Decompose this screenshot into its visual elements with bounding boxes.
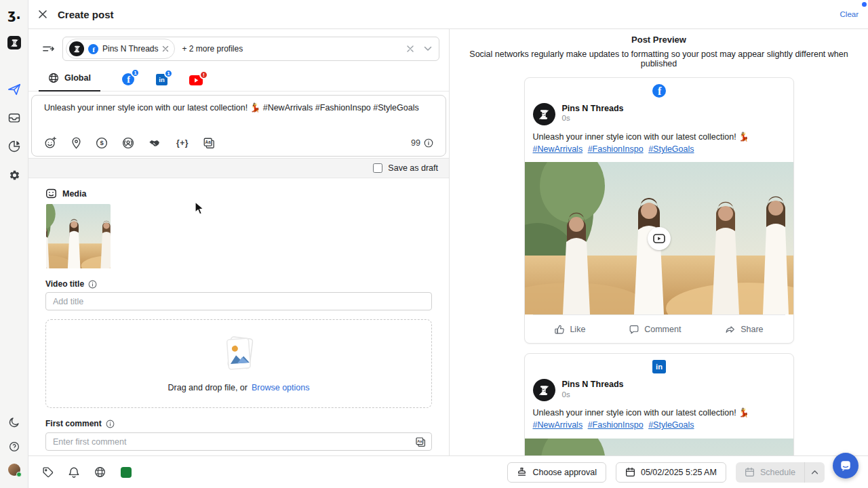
post-time: 0s — [562, 390, 624, 399]
globe-icon — [48, 73, 59, 83]
media-dropzone[interactable]: Drag and drop file, orBrowse options — [45, 319, 432, 408]
post-preview-panel: Post Preview Social networks regularly m… — [449, 29, 868, 455]
author-name: Pins N Threads — [562, 379, 624, 390]
chat-bubble-icon — [840, 460, 852, 472]
schedule-button[interactable]: Schedule — [736, 462, 804, 483]
like-button[interactable]: Like — [554, 324, 585, 335]
online-status-dot — [16, 472, 22, 477]
preview-title: Post Preview — [450, 35, 868, 45]
merge-tags-button[interactable]: {+} — [176, 138, 189, 148]
mention-button[interactable] — [122, 137, 134, 149]
workspace-avatar[interactable] — [0, 36, 28, 49]
info-icon[interactable] — [424, 138, 433, 148]
notifications-button[interactable] — [68, 466, 79, 479]
app-logo[interactable]: ʒ. — [0, 7, 28, 22]
close-icon — [38, 9, 47, 19]
help-icon — [8, 441, 20, 453]
info-icon[interactable] — [88, 280, 97, 289]
facebook-icon: f — [88, 44, 98, 54]
choose-approval-button[interactable]: Choose approval — [507, 462, 606, 483]
rail-inbox[interactable] — [0, 111, 28, 125]
facebook-icon: f — [652, 84, 666, 98]
footer-icons — [42, 466, 132, 479]
expand-profile-list-button[interactable] — [42, 43, 55, 54]
tab-global[interactable]: Global — [39, 73, 100, 92]
globe-icon — [94, 466, 106, 478]
tab-global-label: Global — [64, 73, 91, 83]
rail-help[interactable] — [0, 441, 28, 453]
location-button[interactable] — [71, 137, 81, 149]
svg-text:f: f — [92, 45, 95, 53]
page-title: Create post — [58, 9, 114, 20]
post-media[interactable] — [525, 439, 793, 456]
hashtag-link[interactable]: #FashionInspo — [588, 420, 644, 430]
comment-button[interactable]: Comment — [629, 324, 681, 335]
share-button[interactable]: Share — [724, 324, 763, 335]
network-tabs: Global f 1 in 1 ! — [28, 68, 449, 92]
first-comment-label-row: First comment — [45, 419, 449, 428]
logo-glyph: ʒ. — [7, 7, 20, 22]
mention-audience-icon — [122, 137, 134, 149]
linkedin-icon: in — [652, 360, 666, 373]
like-label: Like — [570, 325, 585, 334]
chevron-down-icon[interactable] — [424, 46, 432, 52]
facebook-preview-card: f Pins N Threads 0s Unleash your inner s… — [524, 77, 794, 344]
post-text-body: Unleash your inner style icon with our l… — [533, 132, 749, 142]
post-actions: Like Comment Share — [533, 314, 785, 343]
emoji-picker-button[interactable] — [44, 136, 57, 149]
svg-text:$: $ — [100, 139, 104, 146]
clear-link[interactable]: Clear — [840, 10, 859, 18]
hashtag-link[interactable]: #FashionInspo — [588, 144, 644, 154]
rail-settings[interactable] — [0, 169, 28, 182]
media-thumbnail[interactable] — [46, 204, 111, 268]
post-text-area[interactable]: Unleash your inner style icon with our l… — [32, 96, 446, 131]
color-label-swatch[interactable] — [121, 467, 132, 478]
browse-options-link[interactable]: Browse options — [252, 383, 309, 392]
remove-profile-icon[interactable] — [162, 45, 169, 52]
selected-profile-name: Pins N Threads — [102, 44, 158, 54]
tags-button[interactable] — [42, 466, 54, 478]
post-media[interactable] — [525, 162, 793, 314]
rail-dark-mode[interactable] — [0, 416, 28, 428]
first-comment-label: First comment — [45, 419, 102, 428]
share-icon — [724, 324, 736, 335]
bell-icon — [68, 466, 79, 479]
timezone-button[interactable] — [94, 466, 106, 478]
first-comment-input[interactable] — [45, 432, 432, 451]
support-chat-button[interactable] — [833, 453, 859, 479]
tab-linkedin[interactable]: in 1 — [156, 74, 167, 91]
partnership-button[interactable] — [149, 138, 162, 148]
more-profiles-label[interactable]: + 2 more profiles — [182, 44, 243, 54]
comment-icon — [629, 324, 639, 335]
tab-youtube[interactable]: ! — [189, 75, 203, 91]
hashtag-link[interactable]: #StyleGoals — [648, 144, 694, 154]
selected-profile-chip[interactable]: f Pins N Threads — [66, 39, 175, 59]
hashtag-link[interactable]: #NewArrivals — [533, 420, 583, 430]
inbox-icon — [7, 111, 21, 125]
svg-text:f: f — [127, 74, 130, 85]
rail-account[interactable] — [0, 464, 28, 476]
hashtag-link[interactable]: #NewArrivals — [533, 144, 583, 154]
video-title-label-row: Video title — [45, 279, 449, 289]
hashtag-link[interactable]: #StyleGoals — [648, 420, 694, 430]
upload-illustration-icon — [214, 335, 263, 374]
save-draft-checkbox[interactable] — [373, 163, 382, 173]
profile-select[interactable]: f Pins N Threads + 2 more profiles — [62, 37, 439, 61]
media-library-button[interactable]: Aa — [203, 137, 215, 149]
compose-panel: f Pins N Threads + 2 more profiles Globa… — [28, 29, 449, 455]
boost-button[interactable]: $ — [96, 137, 108, 149]
rail-analytics[interactable] — [0, 140, 28, 153]
info-icon[interactable] — [106, 420, 115, 428]
close-button[interactable] — [38, 9, 47, 19]
video-play-overlay[interactable] — [648, 227, 671, 250]
comment-media-button[interactable]: Aa — [415, 436, 426, 447]
comment-label: Comment — [644, 325, 681, 334]
schedule-datetime-button[interactable]: 05/02/2025 5:25 AM — [616, 462, 726, 483]
rail-compose[interactable] — [0, 82, 28, 97]
calendar-icon — [625, 467, 635, 477]
video-title-input[interactable] — [45, 292, 432, 310]
schedule-options-button[interactable] — [804, 462, 825, 483]
video-title-label: Video title — [45, 279, 84, 289]
tab-facebook[interactable]: f 1 — [122, 73, 134, 91]
clear-profiles-icon[interactable] — [406, 45, 414, 53]
